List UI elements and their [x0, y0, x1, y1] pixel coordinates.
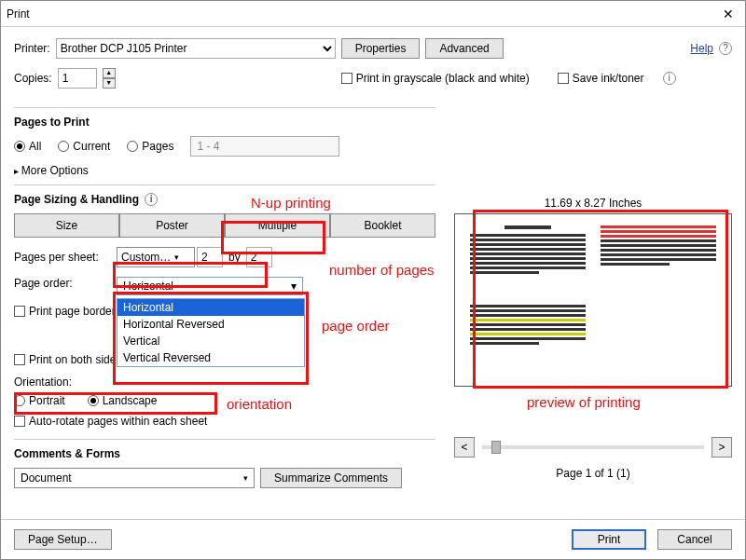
window-title: Print — [7, 7, 717, 20]
preview-slider[interactable] — [482, 445, 704, 449]
advanced-button[interactable]: Advanced — [425, 38, 503, 59]
pps-by-label: by — [225, 251, 244, 264]
comments-mode-select[interactable]: Document▾ — [14, 468, 255, 488]
preview-page-2 — [601, 225, 716, 295]
comments-title: Comments & Forms — [14, 447, 435, 460]
print-page-border-checkbox[interactable]: Print page border — [14, 305, 116, 318]
auto-rotate-checkbox[interactable]: Auto-rotate pages within each sheet — [14, 415, 207, 428]
pages-per-sheet-mode[interactable]: Custom…▾ — [117, 247, 195, 267]
dialog-content: Printer: Brother DCP J105 Printer Proper… — [1, 27, 745, 559]
preview-page-1 — [470, 225, 586, 295]
preview-page-3 — [470, 305, 586, 375]
annotation-orientation: orientation — [227, 396, 292, 412]
comments-panel: Comments & Forms Document▾ Summarize Com… — [14, 439, 435, 498]
annotation-order: page order — [322, 318, 390, 334]
page-sizing-title: Page Sizing & Handling i — [14, 193, 435, 206]
page-order-option[interactable]: Horizontal — [117, 299, 304, 316]
preview-page-counter: Page 1 of 1 (1) — [454, 467, 732, 480]
preview-page-4 — [601, 305, 716, 375]
info-icon[interactable]: i — [663, 72, 676, 85]
page-order-select[interactable]: Horizontal▾ Horizontal Horizontal Revers… — [117, 277, 303, 295]
radio-landscape[interactable]: Landscape — [88, 394, 158, 407]
save-ink-checkbox[interactable]: Save ink/toner — [558, 72, 644, 85]
pages-per-sheet-label: Pages per sheet: — [14, 251, 115, 264]
preview-prev-button[interactable]: < — [454, 437, 475, 458]
summarize-comments-button[interactable]: Summarize Comments — [260, 468, 402, 488]
pps-rows-input[interactable] — [246, 247, 272, 267]
dialog-footer: Page Setup… Print Cancel — [1, 519, 745, 559]
pages-to-print-title: Pages to Print — [14, 116, 435, 129]
printer-select[interactable]: Brother DCP J105 Printer — [56, 38, 336, 59]
annotation-nup: N-up printing — [251, 195, 331, 211]
preview-next-button[interactable]: > — [711, 437, 732, 458]
cancel-button[interactable]: Cancel — [657, 529, 732, 550]
annotation-numpages: number of pages — [329, 262, 435, 278]
annotation-preview: preview of printing — [527, 394, 641, 410]
sizing-tabs: Size Poster Multiple Booklet — [14, 213, 435, 238]
pages-to-print-panel: Pages to Print All Current Pages More Op… — [14, 107, 435, 181]
page-order-option[interactable]: Vertical Reversed — [117, 349, 304, 366]
grayscale-checkbox[interactable]: Print in grayscale (black and white) — [341, 72, 530, 85]
preview-dimensions: 11.69 x 8.27 Inches — [454, 197, 732, 210]
tab-multiple[interactable]: Multiple — [225, 213, 330, 238]
print-button[interactable]: Print — [572, 529, 646, 550]
print-dialog: Print ✕ Printer: Brother DCP J105 Printe… — [0, 0, 746, 560]
radio-portrait[interactable]: Portrait — [14, 394, 65, 407]
preview-panel: 11.69 x 8.27 Inches — [449, 103, 745, 519]
help-icon[interactable]: ? — [719, 42, 732, 55]
radio-all[interactable]: All — [14, 140, 41, 153]
radio-current[interactable]: Current — [58, 140, 110, 153]
orientation-label: Orientation: — [14, 376, 435, 389]
copies-spinner[interactable]: ▲▼ — [103, 68, 116, 89]
properties-button[interactable]: Properties — [341, 38, 421, 59]
copies-input[interactable] — [58, 68, 97, 89]
page-order-dropdown-list: Horizontal Horizontal Reversed Vertical … — [117, 298, 305, 367]
page-order-option[interactable]: Horizontal Reversed — [117, 316, 304, 333]
help-link[interactable]: Help — [690, 42, 713, 55]
page-order-option[interactable]: Vertical — [117, 333, 304, 349]
page-setup-button[interactable]: Page Setup… — [14, 529, 112, 550]
printer-label: Printer: — [14, 42, 50, 55]
preview-frame — [454, 213, 732, 387]
tab-poster[interactable]: Poster — [119, 213, 225, 238]
more-options-toggle[interactable]: More Options — [14, 164, 435, 177]
copies-label: Copies: — [14, 72, 52, 85]
close-icon[interactable]: ✕ — [717, 7, 739, 21]
sizing-info-icon[interactable]: i — [145, 193, 158, 206]
page-range-input[interactable] — [190, 136, 339, 157]
page-order-label: Page order: — [14, 277, 115, 290]
radio-pages[interactable]: Pages — [127, 140, 173, 153]
page-sizing-panel: Page Sizing & Handling i Size Poster Mul… — [14, 184, 435, 430]
pps-cols-input[interactable] — [197, 247, 223, 267]
tab-size[interactable]: Size — [14, 213, 119, 238]
tab-booklet[interactable]: Booklet — [330, 213, 435, 238]
titlebar: Print ✕ — [1, 1, 745, 27]
